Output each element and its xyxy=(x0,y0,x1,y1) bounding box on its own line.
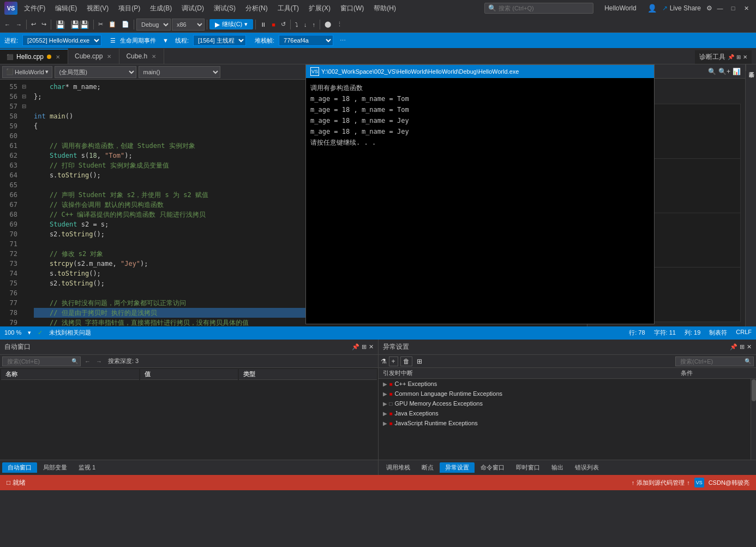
tab-close-hello[interactable]: ✕ xyxy=(55,53,61,61)
thread-select[interactable]: [1564] 主线程 xyxy=(193,35,246,46)
diag-expand-icon[interactable]: ⊞ xyxy=(736,54,741,60)
exc-row-cpp[interactable]: ▶ ■ C++ Exceptions xyxy=(379,379,757,389)
diag-zoom-in-icon[interactable]: 🔍+ xyxy=(718,68,730,75)
diag-chart-icon[interactable]: 📊 xyxy=(733,68,741,75)
live-share-button[interactable]: ↗ Live Share xyxy=(659,3,704,13)
auto-expand-icon[interactable]: ⊞ xyxy=(362,343,367,350)
exception-pin-icon[interactable]: 📌 xyxy=(730,343,737,350)
menu-extensions[interactable]: 扩展(X) xyxy=(304,3,335,14)
fold-58[interactable]: ⊟ xyxy=(22,82,28,92)
vs-icon-status[interactable]: VS xyxy=(694,478,704,487)
tab-locals[interactable]: 局部变量 xyxy=(38,462,73,473)
toolbar-undo[interactable]: ↩ xyxy=(29,20,38,29)
title-search-input[interactable] xyxy=(499,5,569,11)
fold-76[interactable]: ⊟ xyxy=(22,102,28,111)
tab-close-cube-h[interactable]: ✕ xyxy=(151,53,157,60)
toolbar-save[interactable]: 💾 xyxy=(53,19,67,30)
win-close[interactable]: ✕ xyxy=(741,3,752,14)
tab-hello-cpp[interactable]: ⬛ Hello.cpp ✕ xyxy=(0,49,68,64)
exc-row-clr[interactable]: ▶ ■ Common Language Runtime Exceptions xyxy=(379,389,757,399)
continue-button[interactable]: ▶ 继续(C) ▾ xyxy=(209,19,253,29)
exc-row-js[interactable]: ▶ ■ JavaScript Runtime Exceptions xyxy=(379,418,757,428)
stack-select[interactable]: 776eaf4a xyxy=(279,35,333,46)
toolbar-restart[interactable]: ↺ xyxy=(279,20,288,29)
exception-scrollbar[interactable] xyxy=(751,379,756,460)
auto-forward-btn[interactable]: → xyxy=(94,358,104,365)
arch-select[interactable]: x86 xyxy=(172,19,205,31)
tab-exception-settings[interactable]: 异常设置 xyxy=(440,462,475,473)
toolbar-paste[interactable]: 📄 xyxy=(119,20,131,29)
menu-analyze[interactable]: 分析(N) xyxy=(241,3,272,14)
process-select[interactable]: [20552] HelloWorld.exe xyxy=(22,35,101,46)
menu-test[interactable]: 测试(S) xyxy=(209,3,240,14)
add-source-control[interactable]: ↑ 添加到源代码管理 ↑ xyxy=(632,479,690,487)
exception-close-icon[interactable]: ✕ xyxy=(747,343,752,350)
tab-auto-window[interactable]: 自动窗口 xyxy=(2,462,37,473)
auto-search-input[interactable] xyxy=(5,356,70,366)
title-search-box[interactable]: 🔍 xyxy=(484,3,593,14)
menu-help[interactable]: 帮助(H) xyxy=(369,3,400,14)
toolbar-copy[interactable]: 📋 xyxy=(106,20,118,29)
exc-row-gpu[interactable]: ▶ □ GPU Memory Access Exceptions xyxy=(379,399,757,408)
tab-breakpoints[interactable]: 断点 xyxy=(416,462,439,473)
exception-expand-icon[interactable]: ⊞ xyxy=(740,343,745,350)
exc-expand-5[interactable]: ▶ xyxy=(383,420,387,426)
tab-close-cube-cpp[interactable]: ✕ xyxy=(106,53,112,60)
exception-cols-icon[interactable]: ⊞ xyxy=(417,358,422,365)
auto-search-btn[interactable]: 🔍 xyxy=(71,358,78,364)
menu-project[interactable]: 项目(P) xyxy=(114,3,145,14)
toolbar-forward[interactable]: → xyxy=(14,20,24,29)
exc-expand-1[interactable]: ▶ xyxy=(383,381,387,387)
toolbar-step-into[interactable]: ↓ xyxy=(302,20,309,29)
menu-debug[interactable]: 调试(D) xyxy=(177,3,208,14)
exc-row-java[interactable]: ▶ ■ Java Exceptions xyxy=(379,408,757,418)
exc-expand-4[interactable]: ▶ xyxy=(383,411,387,417)
function-select[interactable]: main() xyxy=(139,66,220,78)
status-ready[interactable]: □ 就绪 xyxy=(7,478,26,487)
toolbar-cut[interactable]: ✂ xyxy=(96,20,105,29)
tab-cube-cpp[interactable]: Cube.cpp ✕ xyxy=(68,49,119,64)
auto-pin-icon[interactable]: 📌 xyxy=(352,343,359,350)
win-minimize[interactable]: — xyxy=(715,3,725,14)
auto-back-btn[interactable]: ← xyxy=(83,358,92,365)
menu-view[interactable]: 视图(V) xyxy=(82,3,113,14)
toolbar-more[interactable]: ⋮ xyxy=(334,20,345,29)
tab-immediate[interactable]: 即时窗口 xyxy=(511,462,545,473)
exception-delete-icon[interactable]: 🗑 xyxy=(400,356,412,366)
fold-66[interactable]: ⊟ xyxy=(22,92,28,102)
toolbar-pause[interactable]: ⏸ xyxy=(258,20,268,29)
diag-close-icon[interactable]: ✕ xyxy=(743,54,747,60)
exc-expand-3[interactable]: ▶ xyxy=(383,401,387,407)
menu-edit[interactable]: 编辑(E) xyxy=(51,3,81,14)
vert-tab-1[interactable]: 诊断工具 xyxy=(746,64,756,71)
tab-callstack[interactable]: 调用堆栈 xyxy=(381,462,416,473)
toolbar-redo[interactable]: ↪ xyxy=(39,20,49,29)
toolbar-step-over[interactable]: ⤵ xyxy=(293,20,301,29)
menu-window[interactable]: 窗口(W) xyxy=(336,3,368,14)
win-maximize[interactable]: □ xyxy=(728,3,739,14)
toolbar-stop[interactable]: ■ xyxy=(269,20,278,29)
project-selector[interactable]: ⬛ HelloWorld ▾ xyxy=(2,66,52,78)
exception-search-input[interactable] xyxy=(678,356,743,366)
exception-filter-icon[interactable]: ⚗ xyxy=(381,358,387,365)
auto-close-icon[interactable]: ✕ xyxy=(369,343,374,350)
scope-select[interactable]: (全局范围) xyxy=(55,66,136,78)
tab-error-list[interactable]: 错误列表 xyxy=(569,462,604,473)
extension-icon[interactable]: ⚙ xyxy=(706,4,712,12)
toolbar-step-out[interactable]: ↑ xyxy=(310,20,317,29)
diag-pin-icon[interactable]: 📌 xyxy=(728,54,734,60)
exception-search-icon[interactable]: 🔍 xyxy=(745,358,751,364)
profile-icon[interactable]: 👤 xyxy=(647,4,657,13)
zoom-dropdown[interactable]: ▾ xyxy=(28,329,31,336)
exception-add-icon[interactable]: + xyxy=(389,356,398,366)
tab-command[interactable]: 命令窗口 xyxy=(475,462,510,473)
tab-cube-h[interactable]: Cube.h ✕ xyxy=(119,49,164,64)
diag-search-icon[interactable]: 🔍 xyxy=(708,68,716,75)
menu-file[interactable]: 文件(F) xyxy=(20,3,50,14)
toolbar-breakpoints[interactable]: ⬤ xyxy=(322,20,333,29)
toolbar-save-all[interactable]: 💾💾 xyxy=(68,19,91,30)
menu-build[interactable]: 生成(B) xyxy=(146,3,176,14)
tab-output[interactable]: 输出 xyxy=(546,462,569,473)
tab-watch1[interactable]: 监视 1 xyxy=(73,462,101,473)
menu-tools[interactable]: 工具(T) xyxy=(273,3,303,14)
